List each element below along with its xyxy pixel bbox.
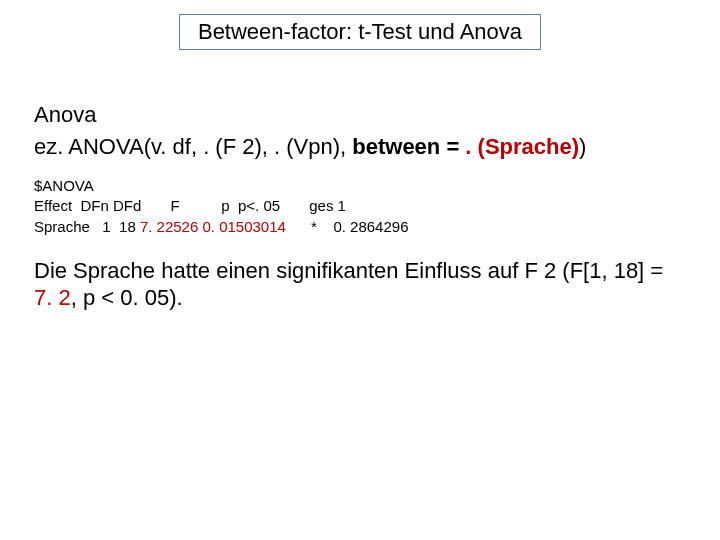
code-call: ez. ANOVA(v. df, . (F 2), . (Vpn), betwe…	[34, 134, 686, 160]
title-box: Between-factor: t-Test und Anova	[179, 14, 541, 50]
slide-title: Between-factor: t-Test und Anova	[198, 19, 522, 44]
conclusion-text: Die Sprache hatte einen signifikanten Ei…	[34, 257, 686, 312]
output-line-3-stat: 7. 22526 0. 01503014	[140, 218, 286, 235]
output-line-1: $ANOVA	[34, 177, 94, 194]
conclusion-fval: 7. 2	[34, 285, 71, 310]
code-between-val: . (Sprache)	[465, 134, 579, 159]
conclusion-part1: Die Sprache hatte einen signifikanten Ei…	[34, 258, 663, 283]
section-heading: Anova	[34, 102, 686, 128]
slide-content: Between-factor: t-Test und Anova Anova e…	[0, 0, 720, 540]
anova-output: $ANOVA Effect DFn DFd F p p<. 05 ges 1 S…	[34, 176, 686, 237]
output-line-3-prefix: Sprache 1 18	[34, 218, 140, 235]
code-close: )	[579, 134, 586, 159]
code-prefix: ez. ANOVA(v. df, . (F 2), . (Vpn),	[34, 134, 352, 159]
code-between-kw: between =	[352, 134, 465, 159]
output-line-3-suffix: * 0. 2864296	[286, 218, 409, 235]
conclusion-part2: , p < 0. 05).	[71, 285, 183, 310]
output-line-2: Effect DFn DFd F p p<. 05 ges 1	[34, 197, 346, 214]
